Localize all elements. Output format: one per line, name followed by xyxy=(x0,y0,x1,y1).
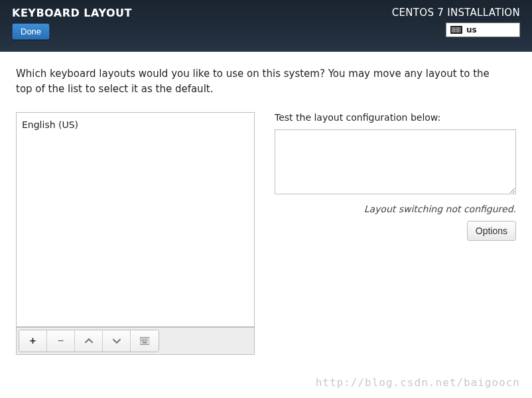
header-right: CENTOS 7 INSTALLATION us xyxy=(392,7,520,52)
svg-rect-3 xyxy=(145,339,146,340)
columns: English (US) + − xyxy=(16,112,516,355)
install-title: CENTOS 7 INSTALLATION xyxy=(392,7,520,19)
svg-rect-9 xyxy=(143,342,147,344)
list-item[interactable]: English (US) xyxy=(21,118,250,131)
add-layout-button[interactable]: + xyxy=(19,330,47,352)
options-row: Options xyxy=(275,221,516,241)
instruction-text: Which keyboard layouts would you like to… xyxy=(16,66,507,96)
svg-rect-1 xyxy=(141,339,143,340)
chevron-up-icon xyxy=(84,336,94,346)
move-down-button[interactable] xyxy=(103,330,131,352)
svg-rect-7 xyxy=(145,340,146,342)
right-column: Test the layout configuration below: Lay… xyxy=(275,112,516,355)
left-column: English (US) + − xyxy=(16,112,255,355)
header-left: KEYBOARD LAYOUT Done xyxy=(12,7,132,52)
header-bar: KEYBOARD LAYOUT Done CENTOS 7 INSTALLATI… xyxy=(0,0,532,52)
done-button[interactable]: Done xyxy=(12,23,50,40)
language-indicator[interactable]: us xyxy=(446,23,520,37)
plus-icon: + xyxy=(30,335,36,347)
chevron-down-icon xyxy=(112,336,121,346)
remove-layout-button[interactable]: − xyxy=(47,330,75,352)
svg-rect-5 xyxy=(141,340,143,342)
svg-rect-8 xyxy=(147,340,148,342)
layout-toolbar: + − xyxy=(16,327,255,355)
test-input[interactable] xyxy=(275,129,516,194)
switching-note: Layout switching not configured. xyxy=(275,204,516,214)
layout-list[interactable]: English (US) xyxy=(16,112,255,327)
svg-rect-4 xyxy=(147,339,148,340)
language-code: us xyxy=(466,25,477,34)
preview-layout-button[interactable] xyxy=(131,330,159,352)
keyboard-icon xyxy=(450,26,462,34)
watermark-text: http://blog.csdn.net/baigoocn xyxy=(316,376,520,389)
toolbar-group: + − xyxy=(19,330,159,352)
page-title: KEYBOARD LAYOUT xyxy=(12,7,132,19)
test-label: Test the layout configuration below: xyxy=(275,112,516,123)
minus-icon: − xyxy=(58,335,64,347)
keyboard-icon xyxy=(140,336,149,346)
svg-rect-2 xyxy=(143,339,144,340)
options-button[interactable]: Options xyxy=(467,221,516,241)
content-area: Which keyboard layouts would you like to… xyxy=(0,52,532,369)
svg-rect-6 xyxy=(143,340,144,342)
move-up-button[interactable] xyxy=(75,330,103,352)
